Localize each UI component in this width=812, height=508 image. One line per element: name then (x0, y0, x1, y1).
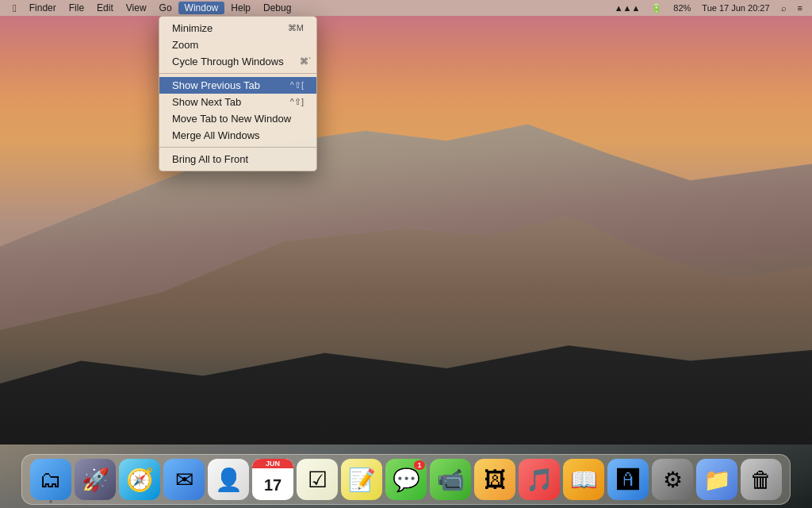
menu-item-bring-all[interactable]: Bring All to Front (159, 151, 316, 167)
dock-item-finder[interactable]: 🗂 (30, 459, 71, 500)
menubar-help[interactable]: Help (224, 2, 257, 14)
menu-separator-2 (159, 147, 316, 148)
desktop (0, 0, 812, 508)
battery-icon: 🔋 (648, 2, 665, 14)
dock-active-dot (49, 500, 52, 503)
menubar-right: ▲▲▲ 🔋 82% Tue 17 Jun 20:27 ⌕ ≡ (611, 2, 806, 14)
menu-item-move-tab[interactable]: Move Tab to New Window (159, 110, 316, 127)
window-dropdown-menu: Minimize ⌘M Zoom Cycle Through Windows ⌘… (159, 16, 317, 171)
spotlight-icon[interactable]: ⌕ (778, 2, 790, 13)
dock-item-ibooks[interactable]: 📖 (563, 459, 604, 500)
itunes-icon: 🎵 (526, 467, 553, 493)
menu-item-cycle[interactable]: Cycle Through Windows ⌘` (159, 53, 316, 70)
menu-item-show-prev-tab[interactable]: Show Previous Tab ^⇧[ (159, 77, 316, 94)
battery-percent: 82% (670, 2, 694, 13)
dock-item-appstore[interactable]: 🅰 (607, 459, 649, 500)
ibooks-icon: 📖 (570, 467, 598, 493)
dock-item-reminders[interactable]: ☑ (297, 459, 338, 500)
facetime-icon: 📹 (437, 467, 465, 493)
wifi-icon: ▲▲▲ (611, 2, 644, 13)
dock-item-trash[interactable]: 🗑 (741, 459, 782, 500)
dock-item-mail[interactable]: ✉ (163, 459, 205, 500)
contacts-icon: 👤 (215, 467, 243, 493)
dock-item-facetime[interactable]: 📹 (430, 459, 471, 500)
mail-icon: ✉ (175, 467, 193, 493)
safari-icon: 🧭 (126, 467, 154, 493)
menubar-debug[interactable]: Debug (257, 2, 297, 14)
messages-icon: 💬 (393, 467, 420, 493)
dock-item-calendar[interactable]: JUN 17 (252, 459, 293, 500)
notes-icon: 📝 (348, 467, 376, 493)
menubar-left:  Finder File Edit View Go Window Help D… (6, 2, 297, 15)
calendar-icon: 17 (264, 476, 282, 495)
dock-item-notes[interactable]: 📝 (341, 459, 382, 500)
menu-item-merge-windows[interactable]: Merge All Windows (159, 127, 316, 144)
trash-icon: 🗑 (750, 467, 772, 493)
dock-item-contacts[interactable]: 👤 (208, 459, 249, 500)
menu-item-show-next-tab[interactable]: Show Next Tab ^⇧] (159, 94, 316, 110)
notification-icon[interactable]: ≡ (795, 2, 806, 13)
reminders-icon: ☑ (308, 467, 327, 493)
menubar-go[interactable]: Go (153, 2, 178, 14)
dock-item-safari[interactable]: 🧭 (119, 459, 160, 500)
folder-icon: 📁 (703, 467, 731, 493)
photos-icon: 🖼 (484, 467, 506, 493)
dock-item-sysprefs[interactable]: ⚙ (652, 459, 693, 500)
launchpad-icon: 🚀 (82, 467, 109, 493)
dock-item-itunes[interactable]: 🎵 (519, 459, 560, 500)
menu-separator-1 (159, 73, 316, 74)
dock-item-folder[interactable]: 📁 (696, 459, 737, 500)
menubar-view[interactable]: View (120, 2, 153, 14)
menubar-window[interactable]: Window (178, 2, 225, 14)
finder-icon: 🗂 (40, 467, 62, 493)
dock: 🗂 🚀 🧭 ✉ 👤 JUN 17 ☑ 📝 💬 1 📹 🖼 🎵 📖 🅰 ⚙ (21, 454, 791, 505)
datetime: Tue 17 Jun 20:27 (699, 2, 772, 13)
messages-badge: 1 (414, 460, 425, 470)
menubar-edit[interactable]: Edit (90, 2, 120, 14)
dock-item-photos[interactable]: 🖼 (474, 459, 515, 500)
menubar-file[interactable]: File (63, 2, 90, 14)
menu-item-minimize[interactable]: Minimize ⌘M (159, 20, 316, 37)
sysprefs-icon: ⚙ (663, 467, 683, 493)
dock-item-launchpad[interactable]: 🚀 (75, 459, 116, 500)
menu-item-zoom[interactable]: Zoom (159, 37, 316, 53)
appstore-icon: 🅰 (617, 467, 639, 493)
dock-item-messages[interactable]: 💬 1 (385, 459, 427, 500)
menubar-finder[interactable]: Finder (23, 2, 63, 14)
menubar:  Finder File Edit View Go Window Help D… (0, 0, 812, 16)
apple-menu[interactable]:  (6, 2, 23, 15)
